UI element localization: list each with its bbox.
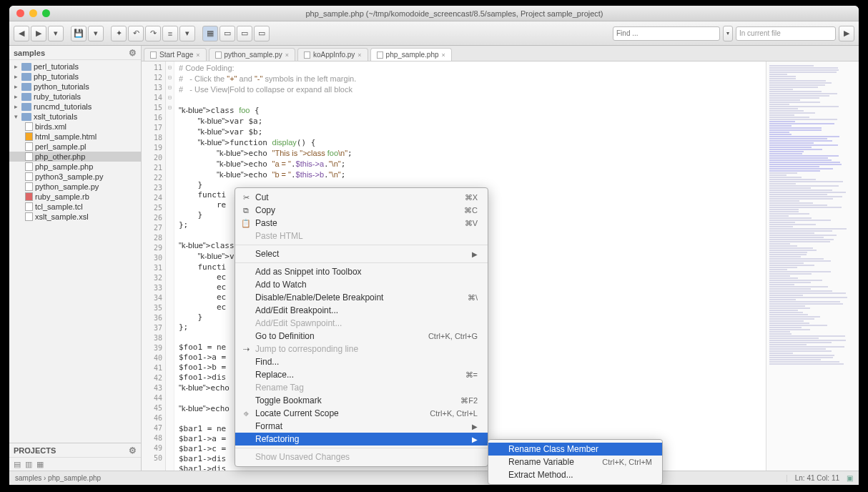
folder-xslt_tutorials[interactable]: ▾xslt_tutorials xyxy=(9,112,141,122)
save-all-button[interactable]: ▾ xyxy=(88,26,104,41)
menu-icon: ✂ xyxy=(241,193,251,202)
menu-replace-[interactable]: Replace...⌘= xyxy=(235,368,488,381)
submenu-rename-variable[interactable]: Rename VariableCtrl+K, Ctrl+M xyxy=(488,456,662,468)
tool-button-2[interactable]: ≡ xyxy=(162,26,178,41)
menu-refactoring[interactable]: Refactoring▶ xyxy=(235,433,488,446)
menu-paste[interactable]: 📋Paste⌘V xyxy=(235,217,488,230)
folder-perl_tutorials[interactable]: ▸perl_tutorials xyxy=(9,62,141,72)
submenu-rename-class-member[interactable]: Rename Class Member xyxy=(488,443,662,456)
sidebar: samples ⚙ ▸perl_tutorials▸php_tutorials▸… xyxy=(9,46,142,471)
folder-runcmd_tutorials[interactable]: ▸runcmd_tutorials xyxy=(9,102,141,112)
file-birds.xml[interactable]: birds.xml xyxy=(9,122,141,132)
file-icon xyxy=(25,152,33,161)
menu-locate-current-scope[interactable]: ⎆Locate Current ScopeCtrl+K, Ctrl+L xyxy=(235,407,488,420)
gear-icon[interactable]: ⚙ xyxy=(129,446,137,456)
file-tcl_sample.tcl[interactable]: tcl_sample.tcl xyxy=(9,202,141,212)
file-icon xyxy=(25,192,33,201)
close-icon[interactable]: × xyxy=(285,51,289,59)
folder-icon xyxy=(21,83,31,91)
find-go-button[interactable]: ▶ xyxy=(839,26,854,41)
file-icon xyxy=(25,202,33,211)
file-icon xyxy=(25,182,33,191)
file-php_sample.php[interactable]: php_sample.php xyxy=(9,162,141,172)
menu-paste-html: Paste HTML xyxy=(235,230,488,242)
menu-go-to-definition[interactable]: Go to DefinitionCtrl+K, Ctrl+G xyxy=(235,330,488,343)
refactoring-submenu: Rename Class MemberRename VariableCtrl+K… xyxy=(488,439,663,485)
file-python3_sample.py[interactable]: python3_sample.py xyxy=(9,172,141,182)
tab-Start Page[interactable]: Start Page× xyxy=(144,48,207,61)
file-icon xyxy=(215,51,222,59)
menu-add-to-watch[interactable]: Add to Watch xyxy=(235,278,488,291)
cursor-position: Ln: 41 Col: 11 xyxy=(795,474,839,482)
file-php_other.php[interactable]: php_other.php xyxy=(9,152,141,162)
find-dropdown[interactable]: ▾ xyxy=(723,26,733,41)
view-button-4[interactable]: ▭ xyxy=(254,26,270,41)
tab-koAppInfo.py[interactable]: koAppInfo.py× xyxy=(297,48,368,61)
projects-header: PROJECTS ⚙ xyxy=(9,443,141,458)
gear-icon[interactable]: ⚙ xyxy=(129,48,137,58)
save-button[interactable]: 💾 xyxy=(71,26,87,41)
main-toolbar: ◀ ▶ ▾ 💾 ▾ ✦ ↶ ↷ ≡ ▾ ▦ ▭ ▭ ▭ ▾ ▶ xyxy=(9,21,859,46)
redo-button[interactable]: ↷ xyxy=(145,26,161,41)
folder-ruby_tutorials[interactable]: ▸ruby_tutorials xyxy=(9,92,141,102)
folder-icon xyxy=(21,63,31,71)
file-icon xyxy=(25,162,33,171)
menu-jump-to-corresponding-line: ⇢Jump to corresponding line xyxy=(235,343,488,355)
close-icon[interactable]: × xyxy=(196,51,199,59)
view-button-3[interactable]: ▭ xyxy=(237,26,252,41)
close-window-button[interactable] xyxy=(16,9,24,17)
projects-icon[interactable]: ▤ xyxy=(14,460,21,468)
menu-add-edit-breakpoint-[interactable]: Add/Edit Breakpoint... xyxy=(235,304,488,317)
projects-icon[interactable]: ▦ xyxy=(36,460,44,468)
forward-button[interactable]: ▶ xyxy=(31,26,46,41)
fold-gutter[interactable]: ⊟ ⊟ ⊟ ⊟ ⊟ xyxy=(166,62,174,471)
menu-add-as-snippet-into-toolbox[interactable]: Add as Snippet into Toolbox xyxy=(235,265,488,278)
menu-cut[interactable]: ✂Cut⌘X xyxy=(235,191,488,204)
close-icon[interactable]: × xyxy=(357,51,361,59)
file-icon xyxy=(304,51,310,59)
minimap[interactable] xyxy=(766,62,859,471)
zoom-window-button[interactable] xyxy=(42,9,50,17)
view-button-2[interactable]: ▭ xyxy=(220,26,235,41)
folder-icon xyxy=(21,113,31,121)
tool-button-3[interactable]: ▾ xyxy=(179,26,195,41)
find-scope[interactable] xyxy=(736,26,836,41)
menu-format[interactable]: Format▶ xyxy=(235,420,488,433)
tool-button-1[interactable]: ✦ xyxy=(111,26,127,41)
file-icon xyxy=(25,132,33,141)
file-icon xyxy=(25,122,33,131)
status-icon[interactable]: ▣ xyxy=(847,474,853,482)
window-title: php_sample.php (~/tmp/komodoide_screenca… xyxy=(50,9,859,18)
tab-python_sample.py[interactable]: python_sample.py× xyxy=(209,48,295,61)
folder-icon xyxy=(21,103,31,111)
submenu-extract-method-[interactable]: Extract Method... xyxy=(488,468,662,481)
menu-icon: 📋 xyxy=(241,219,251,228)
file-perl_sample.pl[interactable]: perl_sample.pl xyxy=(9,142,141,152)
menu-select[interactable]: Select▶ xyxy=(235,247,488,260)
folder-python_tutorials[interactable]: ▸python_tutorials xyxy=(9,82,141,92)
menu-add-edit-spawnpoint-: Add/Edit Spawnpoint... xyxy=(235,317,488,330)
view-button-1[interactable]: ▦ xyxy=(202,26,218,41)
find-input[interactable] xyxy=(613,26,720,41)
menu-toggle-bookmark[interactable]: Toggle Bookmark⌘F2 xyxy=(235,394,488,407)
file-html_sample.html[interactable]: html_sample.html xyxy=(9,132,141,142)
menu-copy[interactable]: ⧉Copy⌘C xyxy=(235,204,488,217)
tab-php_sample.php[interactable]: php_sample.php× xyxy=(370,48,452,61)
undo-button[interactable]: ↶ xyxy=(128,26,144,41)
back-button[interactable]: ◀ xyxy=(14,26,29,41)
minimize-window-button[interactable] xyxy=(29,9,37,17)
file-python_sample.py[interactable]: python_sample.py xyxy=(9,182,141,192)
menu-find-[interactable]: Find... xyxy=(235,355,488,368)
menu-disable-enable-delete-breakpoint[interactable]: Disable/Enable/Delete Breakpoint⌘\ xyxy=(235,291,488,304)
file-ruby_sample.rb[interactable]: ruby_sample.rb xyxy=(9,192,141,202)
projects-icon[interactable]: ▥ xyxy=(25,460,32,468)
folder-php_tutorials[interactable]: ▸php_tutorials xyxy=(9,72,141,82)
file-tree[interactable]: ▸perl_tutorials▸php_tutorials▸python_tut… xyxy=(9,60,141,443)
history-dropdown[interactable]: ▾ xyxy=(48,26,64,41)
context-menu: ✂Cut⌘X⧉Copy⌘C📋Paste⌘VPaste HTMLSelect▶Ad… xyxy=(235,187,488,467)
close-icon[interactable]: × xyxy=(442,51,445,59)
file-xslt_sample.xsl[interactable]: xslt_sample.xsl xyxy=(9,212,141,222)
file-icon xyxy=(150,51,157,59)
sidebar-header: samples ⚙ xyxy=(9,46,141,60)
breadcrumb[interactable]: samples › php_sample.php xyxy=(15,474,101,482)
